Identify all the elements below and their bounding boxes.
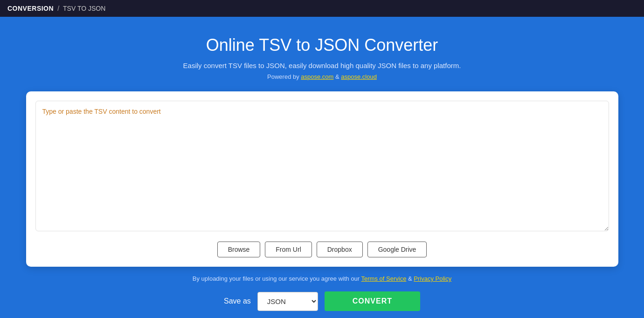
breadcrumb-separator: / [57, 5, 59, 12]
converter-card: Browse From Url Dropbox Google Drive [26, 91, 618, 267]
page-title: Online TSV to JSON Converter [206, 35, 438, 55]
powered-by: Powered by aspose.com & aspose.cloud [267, 73, 377, 80]
save-convert-row: Save as JSON CSV XML HTML CONVERT [224, 291, 420, 311]
google-drive-button[interactable]: Google Drive [367, 242, 427, 257]
file-source-buttons: Browse From Url Dropbox Google Drive [35, 242, 609, 257]
browse-button[interactable]: Browse [217, 242, 261, 257]
dropbox-button[interactable]: Dropbox [317, 242, 363, 257]
save-as-label: Save as [224, 297, 251, 305]
subtitle: Easily convert TSV files to JSON, easily… [183, 62, 461, 69]
terms-text: By uploading your files or using our ser… [193, 275, 451, 282]
aspose-com-link[interactable]: aspose.com [301, 73, 333, 80]
tos-link[interactable]: Terms of Service [361, 275, 407, 282]
powered-by-mid: & [335, 73, 341, 80]
terms-amp: & [408, 275, 414, 282]
tsv-input[interactable] [35, 101, 609, 231]
convert-button[interactable]: CONVERT [325, 291, 420, 311]
breadcrumb-page: TSV TO JSON [63, 5, 105, 12]
format-select[interactable]: JSON CSV XML HTML [257, 292, 318, 311]
powered-by-prefix: Powered by [267, 73, 301, 80]
breadcrumb-brand: CONVERSION [7, 5, 54, 12]
terms-prefix: By uploading your files or using our ser… [193, 275, 361, 282]
from-url-button[interactable]: From Url [265, 242, 312, 257]
privacy-link[interactable]: Privacy Policy [414, 275, 451, 282]
top-bar: CONVERSION / TSV TO JSON [0, 0, 644, 17]
main-content: Online TSV to JSON Converter Easily conv… [0, 17, 644, 318]
aspose-cloud-link[interactable]: aspose.cloud [341, 73, 377, 80]
